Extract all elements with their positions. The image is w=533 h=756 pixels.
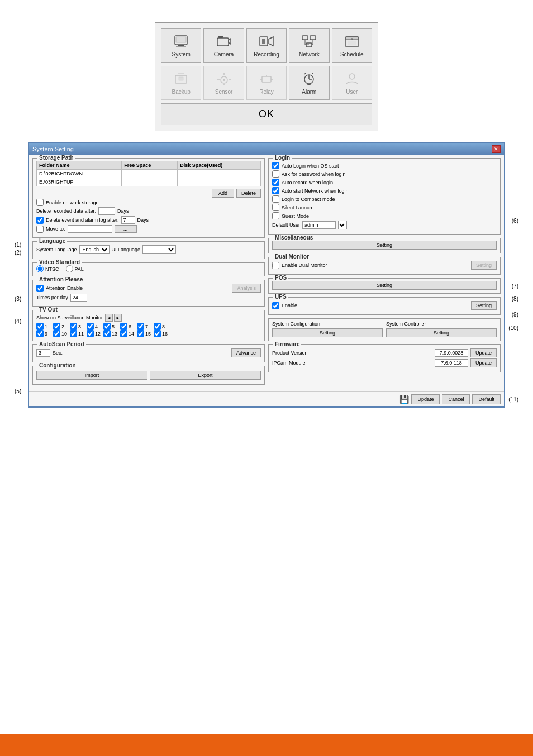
autoscan-input[interactable] bbox=[36, 349, 50, 357]
col-free-space: Free Space bbox=[122, 161, 178, 170]
move-to-input[interactable] bbox=[68, 225, 112, 233]
delete-storage-button[interactable]: Delete bbox=[236, 189, 261, 198]
recording-icon-btn[interactable]: Recording bbox=[246, 28, 287, 63]
folder-table: Folder Name Free Space Disk Space(Used) … bbox=[36, 161, 261, 186]
default-user-dropdown[interactable] bbox=[338, 221, 347, 229]
system-config-setting-button[interactable]: Setting bbox=[272, 328, 383, 337]
alarm-icon-btn[interactable]: Alarm bbox=[289, 66, 329, 100]
svg-marker-9 bbox=[269, 37, 273, 46]
svg-line-38 bbox=[304, 73, 306, 74]
import-button[interactable]: Import bbox=[36, 371, 147, 380]
pal-radio[interactable] bbox=[66, 265, 73, 272]
default-button[interactable]: Default bbox=[472, 394, 501, 404]
add-storage-button[interactable]: Add bbox=[212, 189, 234, 198]
login-group: Login Auto Login when OS start Ask for p… bbox=[268, 158, 501, 235]
system-config-cols: System Configuration Setting System Cont… bbox=[272, 321, 497, 337]
auto-start-network-checkbox[interactable] bbox=[272, 187, 279, 194]
auto-login-checkbox[interactable] bbox=[272, 162, 279, 169]
move-to-row: Move to: ... bbox=[36, 225, 261, 233]
svg-rect-11 bbox=[310, 36, 316, 40]
attention-title: Attention Please bbox=[37, 276, 84, 283]
tv-ch-8-cb[interactable] bbox=[154, 323, 161, 330]
scroll-left[interactable]: ◄ bbox=[105, 314, 113, 322]
attention-enable-checkbox[interactable] bbox=[36, 285, 44, 292]
dual-monitor-checkbox[interactable] bbox=[272, 262, 279, 269]
folder-free-1 bbox=[122, 170, 178, 178]
tv-ch-13-cb[interactable] bbox=[103, 330, 111, 337]
login-compact-checkbox[interactable] bbox=[272, 195, 279, 203]
dialog-footer: 💾 Update Cancel Default bbox=[29, 391, 504, 406]
ipcam-module-label: IPCam Module bbox=[272, 360, 435, 366]
times-per-day-input[interactable] bbox=[70, 294, 87, 302]
tv-ch-9-cb[interactable] bbox=[36, 330, 44, 337]
user-icon-btn: User bbox=[332, 66, 372, 100]
export-button[interactable]: Export bbox=[150, 371, 261, 380]
col-folder-name: Folder Name bbox=[37, 161, 122, 170]
tv-ch-10-cb[interactable] bbox=[53, 330, 60, 337]
miscellaneous-group: Miscellaneous Setting bbox=[268, 238, 501, 253]
product-version-row: Product Version 7.9.0.0023 Update bbox=[272, 348, 497, 357]
tv-ch-16-cb[interactable] bbox=[154, 330, 161, 337]
annotation-7: (7) bbox=[512, 283, 518, 289]
system-icon-btn[interactable]: System bbox=[161, 28, 201, 63]
browse-button[interactable]: ... bbox=[115, 225, 137, 233]
update-button[interactable]: Update bbox=[411, 394, 440, 404]
cancel-button[interactable]: Cancel bbox=[442, 394, 470, 404]
product-update-button[interactable]: Update bbox=[470, 348, 497, 357]
dialog-close-button[interactable]: ✕ bbox=[492, 145, 501, 153]
tv-ch-7-cb[interactable] bbox=[137, 323, 144, 330]
tv-ch-4: 4 bbox=[87, 323, 102, 330]
storage-path-title: Storage Path bbox=[37, 155, 75, 161]
tv-ch-11-cb[interactable] bbox=[70, 330, 77, 337]
svg-rect-10 bbox=[302, 36, 308, 40]
camera-icon-btn[interactable]: Camera bbox=[203, 28, 244, 63]
pos-group: POS Setting bbox=[268, 278, 501, 294]
tv-ch-15-cb[interactable] bbox=[137, 330, 144, 337]
configuration-group: Configuration Import Export bbox=[32, 366, 265, 385]
tv-out-group: TV Out Show on Surveillance Monitor ◄ ► … bbox=[32, 310, 265, 341]
ui-lang-select[interactable] bbox=[142, 245, 176, 254]
misc-setting-button[interactable]: Setting bbox=[272, 241, 497, 250]
default-user-label: Default User bbox=[272, 222, 300, 228]
left-panel: Storage Path Folder Name Free Space Disk… bbox=[32, 158, 265, 388]
ask-password-row: Ask for password when login bbox=[272, 170, 497, 178]
enable-network-storage-checkbox[interactable] bbox=[36, 199, 44, 206]
delete-event-input[interactable] bbox=[121, 216, 135, 224]
auto-record-checkbox[interactable] bbox=[272, 179, 279, 186]
default-user-input[interactable] bbox=[302, 221, 336, 229]
tv-ch-2-cb[interactable] bbox=[53, 323, 60, 330]
ups-setting-button[interactable]: Setting bbox=[471, 301, 497, 310]
schedule-icon-btn[interactable]: 9 Schedule bbox=[332, 28, 372, 63]
ntsc-radio[interactable] bbox=[36, 265, 44, 272]
guest-mode-checkbox[interactable] bbox=[272, 212, 279, 219]
ipcam-update-button[interactable]: Update bbox=[470, 358, 497, 367]
tv-ch-4-cb[interactable] bbox=[87, 323, 94, 330]
network-icon-btn[interactable]: Network bbox=[289, 28, 329, 63]
advance-button[interactable]: Advance bbox=[231, 348, 261, 357]
tv-ch-1-cb[interactable] bbox=[36, 323, 44, 330]
tv-ch-6-cb[interactable] bbox=[120, 323, 127, 330]
scroll-right[interactable]: ► bbox=[114, 314, 122, 322]
video-standard-group: Video Standard NTSC PAL bbox=[32, 262, 265, 276]
ask-password-checkbox[interactable] bbox=[272, 170, 279, 178]
pos-setting-button[interactable]: Setting bbox=[272, 281, 497, 290]
tv-ch-14-cb[interactable] bbox=[120, 330, 127, 337]
schedule-icon: 9 bbox=[343, 34, 361, 49]
tv-ch-3-cb[interactable] bbox=[70, 323, 77, 330]
storage-path-group: Storage Path Folder Name Free Space Disk… bbox=[32, 158, 265, 238]
tv-ch-12-cb[interactable] bbox=[87, 330, 94, 337]
silent-launch-checkbox[interactable] bbox=[272, 204, 279, 211]
system-controller-setting-button[interactable]: Setting bbox=[386, 328, 497, 337]
delete-recorded-input[interactable] bbox=[98, 207, 115, 215]
tv-ch-5-cb[interactable] bbox=[103, 323, 111, 330]
delete-event-checkbox[interactable] bbox=[36, 217, 44, 224]
system-setting-panel: System Setting ✕ Storage Path Folde bbox=[28, 142, 505, 408]
product-version-label: Product Version bbox=[272, 350, 435, 356]
silent-launch-label: Silent Launch bbox=[282, 205, 312, 210]
annotation-4: (4) bbox=[15, 318, 21, 324]
ok-button[interactable]: OK bbox=[161, 103, 372, 125]
system-lang-select[interactable]: English bbox=[79, 245, 110, 254]
ups-enable-checkbox[interactable] bbox=[272, 302, 279, 309]
ups-row: Enable Setting bbox=[272, 301, 497, 310]
move-to-checkbox[interactable] bbox=[36, 226, 44, 233]
